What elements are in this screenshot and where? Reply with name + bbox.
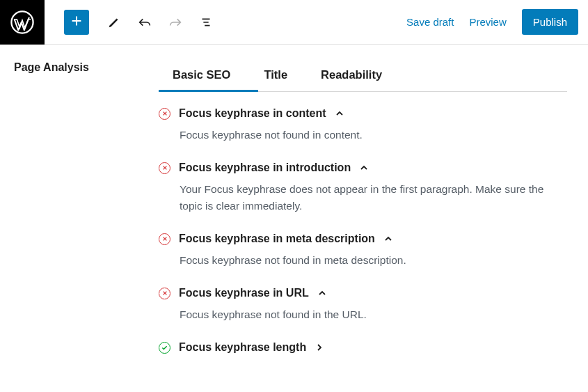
plus-icon xyxy=(69,13,84,31)
tabs: Basic SEO Title Readability xyxy=(159,61,567,92)
publish-button[interactable]: Publish xyxy=(522,9,578,35)
analysis-item-header[interactable]: Focus keyphrase in meta description xyxy=(159,233,567,245)
analysis-item-title: Focus keyphrase in URL xyxy=(179,287,309,299)
analysis-item-desc: Focus keyphrase not found in meta descri… xyxy=(180,252,555,269)
undo-icon[interactable] xyxy=(136,14,153,31)
save-draft-button[interactable]: Save draft xyxy=(406,16,454,28)
analysis-item-title: Focus keyphrase in meta description xyxy=(179,233,375,245)
analysis-item-desc: Your Focus keyphrase does not appear in … xyxy=(180,181,555,214)
tab-readability[interactable]: Readability xyxy=(321,61,382,91)
check-circle-icon xyxy=(159,342,170,354)
analysis-item: Focus keyphrase in meta descriptionFocus… xyxy=(159,233,567,287)
analysis-item: Focus keyphrase in URLFocus keyphrase no… xyxy=(159,287,567,341)
chevron-up-icon xyxy=(317,288,327,298)
analysis-item-header[interactable]: Focus keyphrase in content xyxy=(159,107,567,120)
analysis-item-header[interactable]: Focus keyphrase length xyxy=(159,341,567,354)
analysis-item-title: Focus keyphrase length xyxy=(179,341,306,354)
x-circle-icon xyxy=(159,233,170,245)
analysis-item-header[interactable]: Focus keyphrase in introduction xyxy=(159,162,567,174)
sidebar: Page Analysis xyxy=(0,45,159,372)
top-actions: Save draft Preview Publish xyxy=(406,9,588,35)
tab-title[interactable]: Title xyxy=(264,61,287,91)
x-circle-icon xyxy=(159,288,170,299)
sidebar-title: Page Analysis xyxy=(14,61,159,74)
analysis-item-title: Focus keyphrase in introduction xyxy=(179,162,351,174)
wordpress-logo[interactable] xyxy=(0,0,45,45)
analysis-item-desc: Focus keyphrase not found in content. xyxy=(180,127,555,143)
analysis-item: Focus keyphrase length xyxy=(159,341,567,372)
tab-basic-seo[interactable]: Basic SEO xyxy=(173,61,230,91)
top-toolbar: Save draft Preview Publish xyxy=(0,0,588,45)
redo-icon[interactable] xyxy=(167,14,184,31)
analysis-items: Focus keyphrase in contentFocus keyphras… xyxy=(159,92,567,372)
chevron-right-icon xyxy=(315,343,324,352)
toolbar-icons xyxy=(106,14,214,31)
details-icon[interactable] xyxy=(198,14,214,31)
chevron-up-icon xyxy=(359,163,369,173)
chevron-up-icon xyxy=(383,234,393,244)
analysis-item-desc: Focus keyphrase not found in the URL. xyxy=(180,306,555,323)
x-circle-icon xyxy=(159,108,170,120)
x-circle-icon xyxy=(159,162,170,174)
analysis-item-title: Focus keyphrase in content xyxy=(179,107,326,120)
main-panel: Basic SEO Title Readability Focus keyphr… xyxy=(159,45,588,372)
add-block-button[interactable] xyxy=(64,10,89,35)
chevron-up-icon xyxy=(335,109,344,118)
analysis-item-header[interactable]: Focus keyphrase in URL xyxy=(159,287,567,299)
edit-icon[interactable] xyxy=(106,14,122,31)
svg-point-0 xyxy=(11,11,33,33)
analysis-item: Focus keyphrase in introductionYour Focu… xyxy=(159,162,567,233)
analysis-item: Focus keyphrase in contentFocus keyphras… xyxy=(159,107,567,162)
preview-button[interactable]: Preview xyxy=(469,16,506,28)
